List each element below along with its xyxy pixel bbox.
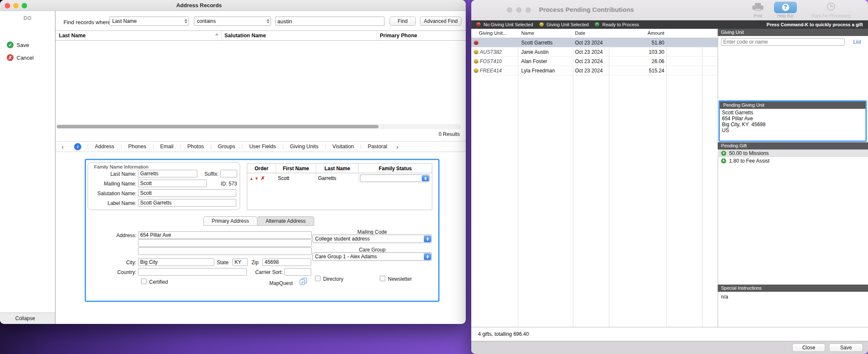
mapquest-label: MapQuest — [269, 280, 293, 286]
members-table-header: Order First Name Last Name Family Status — [247, 164, 432, 173]
horizontal-scrollbar[interactable] — [56, 124, 461, 129]
tab-visitation[interactable]: Visitation — [328, 144, 359, 149]
column-header-salutation-name[interactable]: Salutation Name — [224, 33, 266, 39]
legend-ready-to-process: Ready to Process — [602, 22, 639, 27]
zip-field[interactable] — [263, 258, 311, 266]
tab-giving-units[interactable]: Giving Units — [285, 144, 323, 149]
tab-email[interactable]: Email — [155, 144, 178, 149]
mailing-code-label: Mailing Code — [312, 229, 432, 235]
find-button[interactable]: Find — [390, 17, 416, 26]
contribution-row[interactable]: FOST410 Alan Foster Oct 23 2024 26.06 — [471, 57, 718, 66]
contribution-row[interactable]: FREE414 Lyla Freedman Oct 23 2024 515.24 — [471, 66, 718, 75]
tab-photos[interactable]: Photos — [183, 144, 209, 149]
pending-giving-unit-header: Pending Giving Unit — [720, 102, 865, 109]
family-members-table: Order First Name Last Name Family Status… — [247, 163, 432, 210]
contributor-name: Lyla Freedman — [521, 68, 555, 74]
list-link[interactable]: List — [853, 39, 861, 45]
tab-phones[interactable]: Phones — [124, 144, 151, 149]
save-button[interactable]: Save — [829, 343, 863, 352]
care-group-dropdown[interactable]: Care Group 1 - Alex Adams — [312, 252, 432, 261]
save-check-icon: ✓ — [7, 41, 14, 48]
member-row[interactable]: ▲ ▼ ✗ Scott Garretts — [247, 173, 432, 183]
process-pending-contributions-window: Process Pending Contributions Print ? He… — [471, 0, 868, 354]
suffix-field[interactable] — [220, 170, 237, 177]
close-traffic-light[interactable] — [507, 7, 512, 13]
giving-unit-code: FOST410 — [480, 58, 502, 64]
special-instructions-header: Special Instructions — [718, 285, 868, 292]
zoom-traffic-light[interactable] — [525, 7, 531, 13]
salutation-name-field[interactable] — [138, 189, 236, 197]
city-field[interactable] — [138, 258, 214, 266]
state-field[interactable] — [232, 258, 248, 266]
tab-user-fields[interactable]: User Fields — [244, 144, 280, 149]
tabs-scroll-right-button[interactable]: › — [392, 143, 403, 150]
contribution-amount: 26.06 — [611, 58, 664, 64]
close-button[interactable]: Close — [792, 343, 825, 352]
carrier-sort-field[interactable] — [285, 268, 311, 276]
tab-pastoral[interactable]: Pastoral — [363, 144, 392, 149]
scrollbar-thumb[interactable] — [57, 125, 379, 128]
contribution-row[interactable]: AUST382 Janie Austin Oct 23 2024 103.30 — [471, 47, 718, 57]
members-column-first-name[interactable]: First Name — [276, 164, 316, 173]
members-column-order[interactable]: Order — [247, 164, 276, 173]
column-header-date[interactable]: Date — [575, 30, 585, 36]
tabs-scroll-left-button[interactable]: ‹ — [57, 143, 68, 150]
column-header-giving-unit[interactable]: Giving Unit... — [479, 30, 507, 36]
country-field[interactable] — [138, 268, 247, 276]
mailing-name-field[interactable] — [138, 180, 207, 187]
address-line1-field[interactable] — [138, 231, 312, 239]
newsletter-checkbox[interactable] — [380, 276, 385, 281]
column-header-amount[interactable]: Amount — [611, 30, 664, 36]
family-status-dropdown[interactable] — [360, 174, 430, 182]
minimize-traffic-light[interactable] — [516, 7, 522, 13]
find-field-dropdown[interactable]: Last Name — [109, 17, 189, 26]
certified-checkbox[interactable] — [141, 279, 147, 284]
mailing-code-dropdown[interactable]: College student address — [312, 235, 432, 243]
pending-gift-item[interactable]: + 1.80 to Fee Assist — [718, 157, 868, 165]
move-down-icon[interactable]: ▼ — [254, 176, 259, 181]
dropdown-arrows-icon — [185, 19, 187, 23]
contributor-name: Alan Foster — [521, 58, 547, 64]
remove-member-icon[interactable]: ✗ — [261, 175, 265, 181]
label-name-field[interactable] — [138, 199, 236, 207]
move-up-icon[interactable]: ▲ — [249, 176, 254, 181]
record-id-label: ID: 573 — [213, 181, 237, 187]
last-name-field[interactable] — [138, 170, 197, 177]
giving-unit-code: FREE414 — [480, 68, 502, 74]
info-icon[interactable]: i — [74, 143, 81, 150]
yellow-status-icon — [474, 68, 478, 73]
members-column-last-name[interactable]: Last Name — [316, 164, 359, 173]
shortcut-hint: Press Command-K to quickly process a gif… — [767, 22, 863, 27]
address-line2-field[interactable] — [138, 239, 312, 247]
directory-checkbox[interactable] — [315, 276, 321, 281]
column-header-last-name[interactable]: Last Name — [59, 33, 86, 39]
dropdown-chevrons-icon — [424, 235, 431, 242]
advanced-find-button[interactable]: Advanced Find — [420, 17, 462, 26]
find-operator-dropdown[interactable]: contains — [194, 17, 271, 26]
contribution-row[interactable]: Scott Garretts Oct 23 2024 51.80 — [471, 38, 718, 47]
bottom-button-bar: Close Save — [471, 341, 868, 354]
column-header-name[interactable]: Name — [521, 30, 534, 36]
pending-gift-item[interactable]: + 50.00 to Missions — [718, 149, 868, 157]
yellow-status-icon — [474, 50, 478, 54]
members-column-family-status[interactable]: Family Status — [359, 164, 432, 173]
dropdown-arrows-icon — [267, 19, 269, 23]
titlebar: Address Records — [0, 0, 466, 11]
column-header-primary-phone[interactable]: Primary Phone — [380, 33, 417, 39]
tab-alternate-address[interactable]: Alternate Address — [257, 216, 314, 226]
tab-groups[interactable]: Groups — [213, 144, 240, 149]
collapse-button[interactable]: Collapse — [0, 313, 55, 324]
member-first-name-cell: Scott — [276, 173, 316, 183]
cancel-button[interactable]: ✗ Cancel — [7, 54, 33, 61]
address-line3-field[interactable] — [138, 247, 312, 255]
tab-primary-address[interactable]: Primary Address — [203, 216, 257, 226]
giving-unit-search-input[interactable] — [721, 38, 845, 46]
sort-ascending-icon[interactable]: ^ — [216, 33, 218, 39]
column-divider — [377, 31, 377, 41]
save-button[interactable]: ✓ Save — [7, 41, 29, 48]
search-input[interactable] — [275, 17, 384, 26]
tab-address[interactable]: Address — [90, 144, 119, 149]
mailing-name-label: Mailing Name: — [88, 181, 136, 187]
mapquest-icon[interactable]: ⇗ — [299, 278, 308, 286]
suffix-label: Suffix: — [198, 171, 218, 177]
